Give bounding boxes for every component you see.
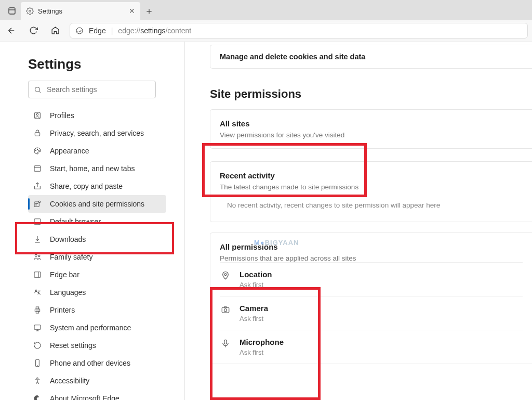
edge-logo-icon [75, 27, 84, 35]
permission-status: Ask first [240, 349, 284, 356]
svg-point-10 [37, 149, 37, 149]
svg-rect-12 [34, 166, 41, 172]
tab-strip: Settings ✕ ＋ [0, 0, 532, 20]
download-icon [33, 235, 43, 243]
permission-status: Ask first [240, 281, 272, 289]
sidebar-item-languages[interactable]: Languages [28, 283, 166, 301]
browser-icon [33, 217, 43, 226]
gear-icon [26, 7, 34, 15]
svg-rect-0 [9, 8, 15, 14]
sidebar-item-label: Phone and other devices [50, 359, 130, 367]
settings-sidebar: Settings Profiles Privacy, search, and s… [0, 42, 185, 400]
svg-point-11 [38, 150, 39, 150]
address-separator: | [111, 27, 113, 35]
watermark: M●M BIGYAANBIGYAAN [254, 239, 299, 247]
permission-microphone[interactable]: Microphone Ask first [220, 330, 523, 364]
svg-rect-19 [34, 219, 41, 225]
lock-icon [33, 129, 43, 137]
svg-point-16 [38, 201, 40, 202]
sidebar-item-label: Share, copy and paste [50, 182, 123, 190]
search-input[interactable] [47, 85, 150, 94]
share-icon [33, 182, 43, 190]
tab-title: Settings [38, 7, 62, 15]
sidebar-item-label: Start, home, and new tabs [50, 164, 135, 173]
address-url: edge://settings/content [118, 27, 191, 35]
sidebar-item-profiles[interactable]: Profiles [28, 107, 166, 124]
sidebar-item-start[interactable]: Start, home, and new tabs [28, 160, 166, 177]
camera-icon [220, 304, 231, 314]
sidebar-item-reset[interactable]: Reset settings [28, 337, 166, 354]
sidebar-item-cookies[interactable]: Cookies and site permissions [28, 195, 166, 213]
sidebar-item-privacy[interactable]: Privacy, search, and services [28, 124, 166, 142]
svg-point-2 [29, 10, 31, 12]
permission-camera[interactable]: Camera Ask first [220, 296, 523, 330]
sidebar-item-about[interactable]: About Microsoft Edge [28, 390, 166, 400]
settings-heading: Settings [28, 56, 175, 72]
address-scheme-label: Edge [89, 27, 106, 35]
search-settings[interactable] [28, 81, 156, 98]
edge-icon [33, 394, 43, 400]
permission-title: Microphone [240, 338, 284, 346]
svg-point-7 [36, 113, 38, 115]
sidebar-item-default-browser[interactable]: Default browser [28, 213, 166, 230]
sidebar-item-downloads[interactable]: Downloads [28, 230, 166, 248]
all-sites-card[interactable]: All sites View permissions for sites you… [210, 109, 532, 149]
language-icon [33, 288, 43, 296]
accessibility-icon [33, 377, 43, 385]
svg-point-34 [37, 378, 38, 379]
svg-point-4 [35, 87, 40, 92]
system-icon [33, 324, 43, 332]
svg-rect-15 [34, 202, 39, 207]
sidebar-item-label: Cookies and site permissions [50, 200, 144, 208]
microphone-icon [220, 338, 231, 348]
recent-activity-card: Recent activity The latest changes made … [210, 161, 532, 222]
svg-point-35 [224, 274, 227, 276]
back-button[interactable] [4, 23, 19, 38]
svg-point-22 [38, 255, 40, 256]
phone-icon [33, 359, 43, 367]
family-icon [33, 253, 43, 261]
sidebar-item-system[interactable]: System and performance [28, 319, 166, 337]
sidebar-item-phone[interactable]: Phone and other devices [28, 354, 166, 372]
svg-rect-8 [35, 133, 39, 136]
close-tab-icon[interactable]: ✕ [129, 7, 135, 15]
svg-rect-36 [222, 307, 229, 313]
svg-rect-27 [36, 307, 38, 309]
sidebar-item-label: Privacy, search, and services [50, 129, 144, 137]
svg-rect-38 [224, 340, 227, 344]
sidebar-item-appearance[interactable]: Appearance [28, 142, 166, 160]
sidebar-item-label: Edge bar [50, 270, 79, 279]
sidebar-item-printers[interactable]: Printers [28, 301, 166, 319]
sidebar-item-edgebar[interactable]: Edge bar [28, 266, 166, 283]
sidebar-item-label: Default browser [50, 217, 101, 226]
sidebar-item-label: Family safety [50, 253, 92, 261]
sidebar-item-family[interactable]: Family safety [28, 248, 166, 266]
palette-icon [33, 147, 43, 155]
site-permissions-heading: Site permissions [210, 87, 532, 101]
address-bar[interactable]: Edge | edge://settings/content [70, 23, 528, 38]
home-button[interactable] [48, 23, 62, 38]
svg-rect-28 [36, 311, 38, 313]
window-icon [33, 164, 43, 173]
refresh-button[interactable] [26, 23, 41, 38]
sidebar-item-share[interactable]: Share, copy and paste [28, 177, 166, 195]
new-tab-button[interactable]: ＋ [140, 2, 158, 20]
svg-point-20 [38, 223, 40, 224]
sidebar-item-accessibility[interactable]: Accessibility [28, 372, 166, 390]
reset-icon [33, 341, 43, 350]
tab-settings[interactable]: Settings ✕ [21, 2, 140, 20]
search-icon [34, 86, 42, 94]
permission-status: Ask first [240, 315, 268, 322]
location-icon [220, 270, 231, 280]
manage-cookies-card[interactable]: Manage and delete cookies and site data [210, 45, 532, 69]
printer-icon [33, 306, 43, 314]
window-tabs-icon[interactable] [3, 2, 21, 20]
permission-location[interactable]: Location Ask first [220, 262, 523, 296]
recent-activity-empty: No recent activity, recent changes to si… [220, 191, 523, 212]
svg-point-37 [224, 309, 227, 312]
all-sites-sub: View permissions for sites you've visite… [220, 131, 523, 139]
svg-point-3 [76, 28, 83, 34]
svg-rect-29 [34, 325, 41, 330]
sidebar-item-label: Reset settings [50, 341, 96, 350]
svg-line-5 [39, 91, 41, 93]
